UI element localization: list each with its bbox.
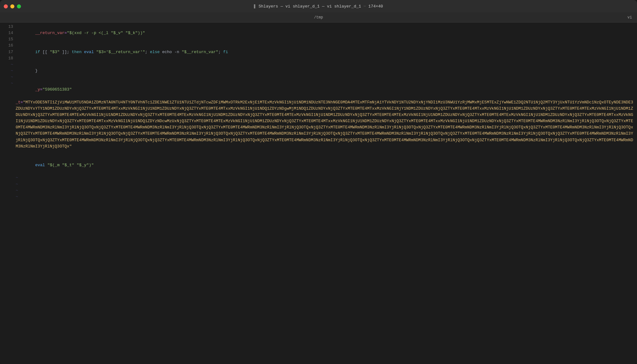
tilde-3: ~: [4, 74, 13, 80]
window-dimensions: 174×40: [368, 4, 383, 9]
title-bar: ▋ Shlayers — vi shlayer_d_1 — vi shlayer…: [0, 0, 637, 12]
terminal-window: ▋ Shlayers — vi shlayer_d_1 — vi shlayer…: [0, 0, 637, 364]
code-line-18: eval "$(_m "$_t" "$_y")": [16, 156, 637, 175]
tab-bar: /tmp vi: [0, 12, 637, 22]
code-line-16: _y="5960651383": [16, 80, 637, 99]
code-line-14: if [[ "$3" ]]; then eval "$3='$__return_…: [16, 42, 637, 61]
code-var: __return_var: [35, 31, 64, 35]
line-num-18: 18: [4, 55, 13, 62]
traffic-lights: [4, 4, 21, 8]
code-line-17: _t="MTYxODE5NTI1ZjViMWU1MTU5NDA1ZDMzNTA0…: [16, 99, 637, 156]
window-title: Shlayers — vi shlayer_d_1 — vi shlayer_d…: [258, 4, 361, 9]
tilde-line-3: ~: [16, 187, 637, 194]
minimize-button[interactable]: [10, 4, 14, 8]
line-num-14: 14: [4, 30, 13, 36]
line-num-13: 13: [4, 24, 13, 30]
tilde-2: ~: [4, 68, 13, 74]
tilde-4: ~: [4, 80, 13, 87]
line-numbers: 13 14 15 16 17 18: [0, 24, 16, 363]
tilde-line-1: ~: [16, 175, 637, 181]
title-separator: —: [364, 4, 366, 8]
line-num-15: 15: [4, 36, 13, 42]
code-content: __return_var="$(xxd -r -p <(_l "$_v" "$_…: [16, 24, 637, 363]
vi-indicator: vi: [628, 15, 632, 20]
maximize-button[interactable]: [17, 4, 21, 8]
tilde-1: ~: [4, 62, 13, 68]
editor-area[interactable]: 13 14 15 16 17 18: [0, 22, 637, 364]
line-num-16: 16: [4, 42, 13, 49]
title-center: ▋ Shlayers — vi shlayer_d_1 — vi shlayer…: [254, 4, 383, 9]
tilde-line-4: ~: [16, 194, 637, 200]
terminal-icon: ▋: [254, 4, 256, 8]
code-line-13: __return_var="$(xxd -r -p <(_l "$_v" "$_…: [16, 24, 637, 42]
close-button[interactable]: [4, 4, 8, 8]
line-num-17: 17: [4, 49, 13, 55]
code-line-15: }: [16, 62, 637, 80]
tab-label: /tmp: [314, 15, 323, 20]
tilde-line-2: ~: [16, 181, 637, 187]
